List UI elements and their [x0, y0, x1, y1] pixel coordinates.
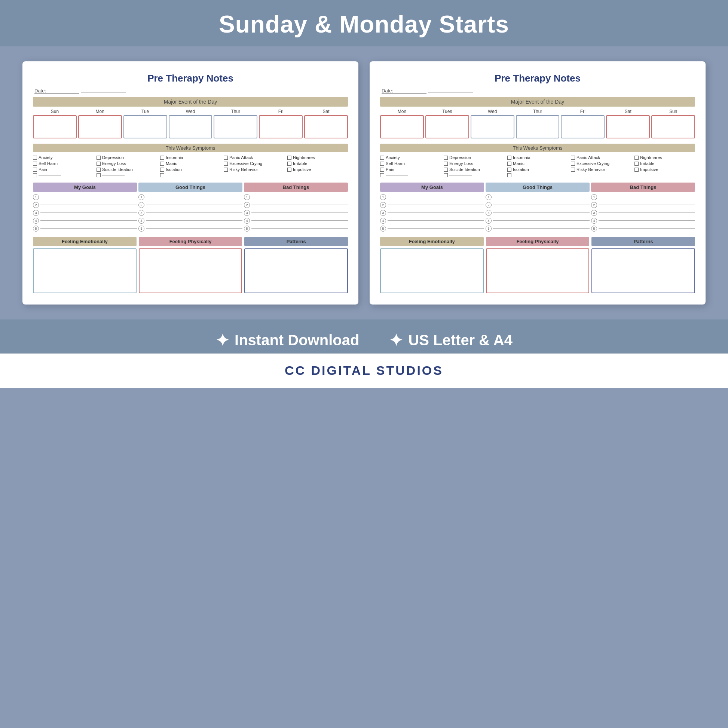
right-goals-header: My Goals: [380, 182, 484, 192]
day-col-mon: Mon: [78, 109, 122, 138]
right-feelings-headers: Feeling Emotionally Feeling Physically P…: [380, 237, 695, 246]
left-symptoms-grid: Anxiety Depression Insomnia Panic Attack…: [33, 155, 348, 177]
left-bad-3: 3: [244, 210, 348, 216]
r-symptom-depression: Depression: [444, 155, 504, 160]
left-good-4: 4: [138, 218, 242, 224]
left-good-header: Good Things: [138, 182, 242, 192]
r-symptom-impulsive: Impulsive: [635, 167, 695, 172]
r-symptom-crying: Excessive Crying: [571, 161, 632, 166]
right-bad-1: 1: [591, 194, 695, 200]
symptom-impulsive: Impulsive: [287, 167, 348, 172]
instant-download-item: ✦ Instant Download: [216, 331, 359, 350]
left-major-event-header: Major Event of the Day: [33, 97, 348, 107]
left-goals-header: My Goals: [33, 182, 137, 192]
day-col-wed: Wed: [169, 109, 213, 138]
symptom-custom2: [96, 173, 157, 177]
right-goal-3: 3: [380, 210, 484, 216]
left-feeling-physical-header: Feeling Physically: [139, 237, 242, 246]
right-day-col-mon: Mon: [380, 109, 424, 138]
left-goal-5: 5: [33, 226, 137, 232]
right-major-event-header: Major Event of the Day: [380, 97, 695, 107]
right-bad-5: 5: [591, 226, 695, 232]
symptom-isolation: Isolation: [160, 167, 221, 172]
left-feeling-emotional-header: Feeling Emotionally: [33, 237, 136, 246]
r-symptom-custom1: [380, 173, 441, 177]
day-col-tue: Tue: [124, 109, 167, 138]
r-symptom-suicide: Suicide Ideation: [444, 167, 504, 172]
r-symptom-nightmares: Nightmares: [635, 155, 695, 160]
r-symptom-insomnia: Insomnia: [507, 155, 568, 160]
right-good-4: 4: [486, 218, 590, 224]
right-bad-4: 4: [591, 218, 695, 224]
right-goals-section: My Goals Good Things Bad Things 1 2 3 4 …: [380, 182, 695, 232]
right-good-1: 1: [486, 194, 590, 200]
symptom-crying: Excessive Crying: [224, 161, 284, 166]
left-goal-1: 1: [33, 194, 137, 200]
right-goal-2: 2: [380, 202, 484, 208]
page-wrapper: Pre Therapy Notes Date: Major Event of t…: [23, 61, 705, 304]
r-symptom-manic: Manic: [507, 161, 568, 166]
r-symptom-isolation: Isolation: [507, 167, 568, 172]
left-good-3: 3: [138, 210, 242, 216]
right-bad-2: 2: [591, 202, 695, 208]
page-left: Pre Therapy Notes Date: Major Event of t…: [23, 61, 358, 304]
left-feelings-headers: Feeling Emotionally Feeling Physically P…: [33, 237, 348, 246]
symptom-irritable: Irritable: [287, 161, 348, 166]
main-content: Pre Therapy Notes Date: Major Event of t…: [0, 46, 728, 320]
r-symptom-selfharm: Self Harm: [380, 161, 441, 166]
symptom-depression: Depression: [96, 155, 157, 160]
day-col-sun: Sun: [33, 109, 77, 138]
right-good-list: 1 2 3 4 5: [486, 194, 590, 232]
day-col-thur: Thur: [214, 109, 257, 138]
left-bad-1: 1: [244, 194, 348, 200]
symptom-manic: Manic: [160, 161, 221, 166]
left-good-2: 2: [138, 202, 242, 208]
brand-name: CC DIGITAL STUDIOS: [0, 358, 728, 381]
star-icon-2: ✦: [389, 331, 403, 350]
r-symptom-pain: Pain: [380, 167, 441, 172]
symptom-panic: Panic Attack: [224, 155, 284, 160]
right-feelings-boxes: [380, 248, 695, 293]
day-col-fri: Fri: [259, 109, 303, 138]
page-right: Pre Therapy Notes Date: Major Event of t…: [370, 61, 705, 304]
symptom-pain: Pain: [33, 167, 93, 172]
right-day-col-wed: Wed: [471, 109, 514, 138]
right-feeling-physical-box: [486, 248, 590, 293]
right-patterns-header: Patterns: [592, 237, 695, 246]
left-goals-section: My Goals Good Things Bad Things 1 2 3 4 …: [33, 182, 348, 232]
right-days-grid: Mon Tues Wed Thur Fri: [380, 109, 695, 138]
right-symptoms-header: This Weeks Symptoms: [380, 144, 695, 152]
bottom-row: ✦ Instant Download ✦ US Letter & A4: [0, 331, 728, 350]
right-good-2: 2: [486, 202, 590, 208]
right-goal-5: 5: [380, 226, 484, 232]
right-symptoms-section: This Weeks Symptoms Anxiety Depression I…: [380, 144, 695, 177]
r-symptom-custom2: [444, 173, 504, 177]
left-patterns-box: [244, 248, 348, 293]
left-goals-lists: 1 2 3 4 5 1 2 3 4 5 1 2: [33, 194, 348, 232]
brand-area: CC DIGITAL STUDIOS: [0, 353, 728, 388]
right-day-col-tues: Tues: [425, 109, 469, 138]
left-good-1: 1: [138, 194, 242, 200]
symptom-risky: Risky Behavior: [224, 167, 284, 172]
top-banner: Sunday & Monday Starts: [0, 0, 728, 46]
left-date-line: Date:: [33, 88, 348, 94]
right-day-col-sat: Sat: [606, 109, 650, 138]
instant-download-label: Instant Download: [234, 332, 359, 349]
left-goal-4: 4: [33, 218, 137, 224]
right-feeling-physical-header: Feeling Physically: [486, 237, 590, 246]
symptom-selfharm: Self Harm: [33, 161, 93, 166]
us-letter-item: ✦ US Letter & A4: [389, 331, 512, 350]
symptom-anxiety: Anxiety: [33, 155, 93, 160]
right-feeling-emotional-header: Feeling Emotionally: [380, 237, 484, 246]
left-bad-2: 2: [244, 202, 348, 208]
r-symptom-energy: Energy Loss: [444, 161, 504, 166]
r-symptom-anxiety: Anxiety: [380, 155, 441, 160]
r-symptom-panic: Panic Attack: [571, 155, 632, 160]
left-feeling-physical-box: [139, 248, 242, 293]
right-day-col-thur: Thur: [516, 109, 560, 138]
right-feelings-section: Feeling Emotionally Feeling Physically P…: [380, 237, 695, 293]
left-feelings-section: Feeling Emotionally Feeling Physically P…: [33, 237, 348, 293]
symptom-nightmares: Nightmares: [287, 155, 348, 160]
right-good-5: 5: [486, 226, 590, 232]
us-letter-label: US Letter & A4: [408, 332, 512, 349]
